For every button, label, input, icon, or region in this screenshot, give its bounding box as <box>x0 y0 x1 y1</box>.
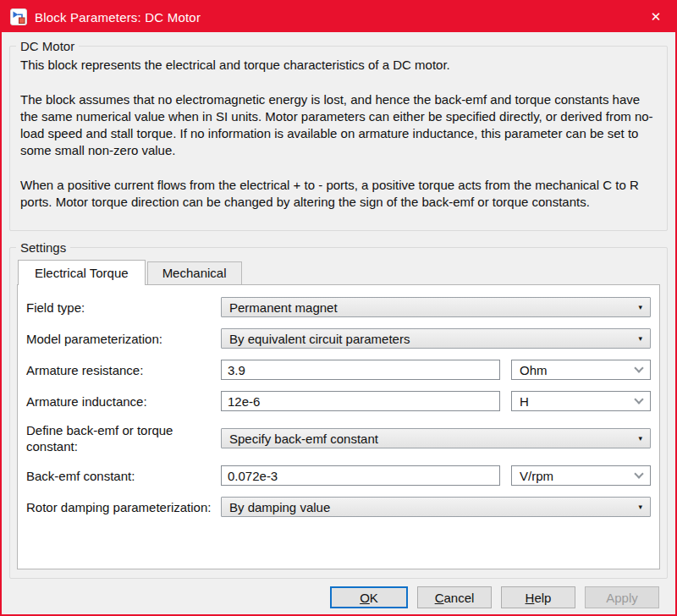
description-paragraph: This block represents the electrical and… <box>20 57 658 74</box>
armature-resistance-label: Armature resistance: <box>26 362 221 378</box>
armature-resistance-unit-combobox[interactable]: Ohm <box>511 360 651 380</box>
block-parameters-dialog: Block Parameters: DC Motor ✕ DC Motor Th… <box>0 0 677 616</box>
settings-tabbar: Electrical Torque Mechanical <box>17 260 660 284</box>
help-button[interactable]: Help <box>501 586 575 608</box>
model-parameterization-value: By equivalent circuit parameters <box>229 332 410 346</box>
armature-resistance-unit-value: Ohm <box>520 363 548 377</box>
dialog-footer: OK Cancel Help Apply <box>9 579 668 614</box>
armature-inductance-label: Armature inductance: <box>26 393 221 410</box>
window-title: Block Parameters: DC Motor <box>35 10 201 25</box>
rotor-damping-row: Rotor damping parameterization: By dampi… <box>26 497 651 517</box>
back-emf-constant-unit-combobox[interactable]: V/rpm <box>511 465 651 486</box>
simulink-block-icon <box>10 8 27 25</box>
chevron-down-icon: ▾ <box>638 503 642 511</box>
armature-resistance-input[interactable] <box>221 360 500 380</box>
chevron-down-icon: ▾ <box>638 334 642 343</box>
define-back-emf-value: Specify back-emf constant <box>229 432 378 446</box>
back-emf-constant-unit-value: V/rpm <box>520 469 553 483</box>
chevron-down-icon <box>634 363 643 372</box>
chevron-down-icon <box>634 469 643 478</box>
model-parameterization-combobox[interactable]: By equivalent circuit parameters ▾ <box>221 328 651 349</box>
model-parameterization-row: Model parameterization: By equivalent ci… <box>26 328 651 349</box>
back-emf-constant-row: Back-emf constant: V/rpm <box>26 465 651 486</box>
field-type-row: Field type: Permanent magnet ▾ <box>26 297 651 317</box>
chevron-down-icon: ▾ <box>638 303 642 311</box>
define-back-emf-combobox[interactable]: Specify back-emf constant ▾ <box>221 428 651 448</box>
armature-inductance-row: Armature inductance: H <box>26 391 651 411</box>
description-paragraph: The block assumes that no electromagneti… <box>20 91 658 159</box>
field-type-label: Field type: <box>26 300 221 316</box>
description-paragraph: When a positive current flows from the e… <box>20 177 658 211</box>
apply-button[interactable]: Apply <box>585 586 659 608</box>
description-groupbox: DC Motor This block represents the elect… <box>9 46 668 231</box>
armature-inductance-input[interactable] <box>221 391 500 411</box>
ok-button[interactable]: OK <box>330 586 408 608</box>
model-parameterization-label: Model parameterization: <box>26 331 221 347</box>
armature-inductance-unit-combobox[interactable]: H <box>511 391 651 411</box>
titlebar[interactable]: Block Parameters: DC Motor ✕ <box>2 2 675 32</box>
close-button[interactable]: ✕ <box>641 4 670 30</box>
define-back-emf-label: Define back-emf or torque constant: <box>26 422 221 454</box>
rotor-damping-label: Rotor damping parameterization: <box>26 499 221 515</box>
close-icon: ✕ <box>651 9 662 25</box>
chevron-down-icon: ▾ <box>638 434 642 443</box>
chevron-down-icon <box>634 394 643 404</box>
back-emf-constant-input[interactable] <box>221 465 500 486</box>
settings-group-label: Settings <box>16 239 70 256</box>
back-emf-constant-label: Back-emf constant: <box>26 468 221 484</box>
tab-electrical-torque[interactable]: Electrical Torque <box>18 260 146 285</box>
rotor-damping-value: By damping value <box>229 500 330 514</box>
settings-groupbox: Settings Electrical Torque Mechanical Fi… <box>9 247 668 579</box>
dialog-body: DC Motor This block represents the elect… <box>2 32 675 614</box>
electrical-torque-tab-panel: Field type: Permanent magnet ▾ Model par… <box>17 284 660 569</box>
description-group-label: DC Motor <box>16 38 79 55</box>
armature-inductance-unit-value: H <box>520 394 529 409</box>
tab-mechanical[interactable]: Mechanical <box>147 261 242 284</box>
field-type-combobox[interactable]: Permanent magnet ▾ <box>221 297 651 317</box>
cancel-button[interactable]: Cancel <box>417 586 492 608</box>
field-type-value: Permanent magnet <box>229 300 338 315</box>
define-back-emf-row: Define back-emf or torque constant: Spec… <box>26 422 651 454</box>
armature-resistance-row: Armature resistance: Ohm <box>26 360 651 380</box>
rotor-damping-combobox[interactable]: By damping value ▾ <box>221 497 651 517</box>
